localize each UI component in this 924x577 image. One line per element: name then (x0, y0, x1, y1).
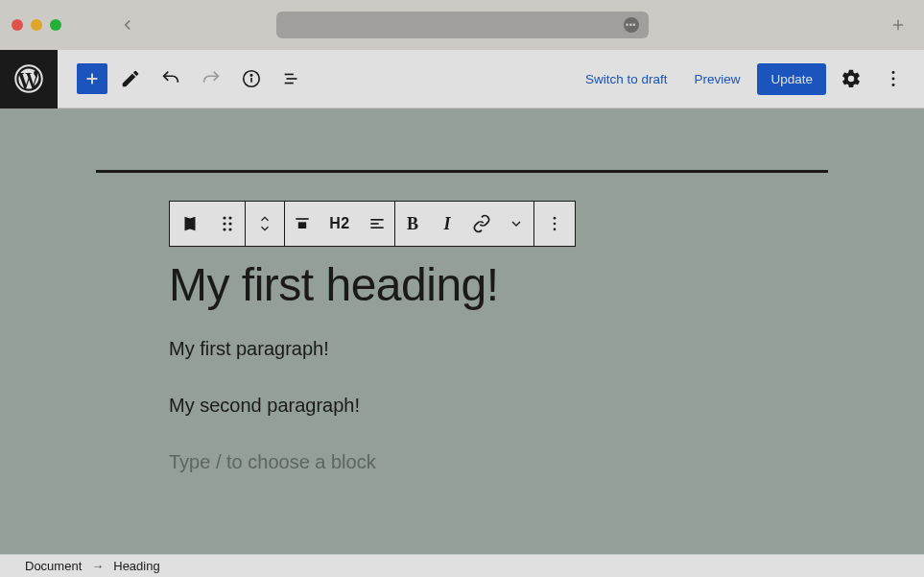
editor-canvas[interactable]: H2 B I (0, 108, 924, 554)
arrow-right-icon: → (91, 559, 104, 573)
separator-block[interactable] (96, 170, 828, 173)
site-options-icon[interactable]: ••• (624, 17, 639, 33)
window-controls (12, 19, 61, 31)
chevron-down-icon (509, 216, 524, 231)
bold-button[interactable]: B (395, 202, 430, 246)
align-icon (293, 214, 312, 233)
link-button[interactable] (464, 202, 499, 246)
svg-point-16 (223, 222, 225, 225)
document-info-button[interactable] (234, 61, 269, 96)
document-outline-button[interactable] (274, 61, 309, 96)
italic-button[interactable]: I (430, 202, 464, 246)
svg-point-27 (554, 228, 557, 231)
url-bar[interactable]: ••• (276, 12, 649, 38)
outline-icon (281, 68, 302, 89)
align-button[interactable] (285, 202, 320, 246)
edit-mode-button[interactable] (113, 61, 148, 96)
breadcrumb-root[interactable]: Document (25, 559, 82, 573)
settings-button[interactable] (834, 61, 868, 96)
paragraph-block[interactable]: My second paragraph! (169, 395, 755, 417)
block-toolbar: H2 B I (169, 201, 576, 247)
svg-point-17 (228, 222, 231, 225)
svg-point-25 (554, 217, 557, 220)
svg-point-14 (223, 216, 225, 219)
breadcrumb-current[interactable]: Heading (113, 559, 159, 573)
redo-icon (201, 68, 222, 89)
pencil-icon (120, 68, 141, 89)
add-block-button[interactable] (77, 63, 107, 94)
heading-block[interactable]: My first heading! (169, 258, 755, 311)
drag-handle[interactable] (210, 202, 245, 246)
block-more-options-button[interactable] (534, 202, 575, 246)
wordpress-logo-button[interactable] (0, 50, 58, 108)
update-button[interactable]: Update (757, 63, 826, 95)
undo-button[interactable] (154, 61, 188, 96)
gear-icon (841, 68, 862, 89)
new-tab-button[interactable] (889, 16, 907, 34)
redo-button[interactable] (194, 61, 228, 96)
switch-to-draft-button[interactable]: Switch to draft (576, 64, 677, 94)
svg-point-26 (554, 223, 557, 226)
italic-icon: I (443, 214, 450, 234)
minimize-window-button[interactable] (31, 19, 42, 31)
svg-point-12 (892, 78, 895, 81)
heading-level-label: H2 (329, 215, 349, 232)
wordpress-icon (14, 64, 43, 93)
align-left-icon (367, 214, 387, 233)
undo-icon (160, 68, 181, 89)
bold-icon: B (407, 214, 418, 234)
ellipsis-vertical-icon (883, 68, 904, 89)
svg-point-15 (228, 216, 231, 219)
heading-level-button[interactable]: H2 (320, 202, 360, 246)
svg-point-19 (228, 228, 231, 230)
maximize-window-button[interactable] (50, 19, 61, 31)
editor-header: Switch to draft Preview Update (0, 50, 924, 108)
chevron-down-icon (258, 222, 272, 235)
more-formatting-button[interactable] (499, 202, 533, 246)
browser-back-button[interactable] (119, 16, 136, 34)
browser-chrome: ••• (0, 0, 924, 50)
heading-block-icon (179, 213, 201, 234)
block-mover[interactable] (246, 202, 284, 246)
svg-rect-21 (298, 222, 306, 228)
drag-icon (221, 215, 234, 232)
more-options-button[interactable] (876, 61, 911, 96)
plus-icon (82, 68, 103, 89)
preview-button[interactable]: Preview (684, 64, 749, 94)
link-icon (472, 214, 491, 233)
ellipsis-vertical-icon (545, 214, 564, 233)
empty-block-placeholder[interactable]: Type / to choose a block (169, 451, 755, 473)
svg-point-11 (892, 71, 895, 74)
text-align-button[interactable] (360, 202, 394, 246)
svg-point-7 (250, 75, 251, 76)
svg-point-13 (892, 84, 895, 86)
paragraph-block[interactable]: My first paragraph! (169, 338, 755, 360)
block-type-button[interactable] (170, 202, 210, 246)
close-window-button[interactable] (12, 19, 23, 31)
info-icon (241, 68, 262, 89)
block-breadcrumb: Document → Heading (0, 554, 924, 577)
svg-point-18 (223, 228, 225, 230)
